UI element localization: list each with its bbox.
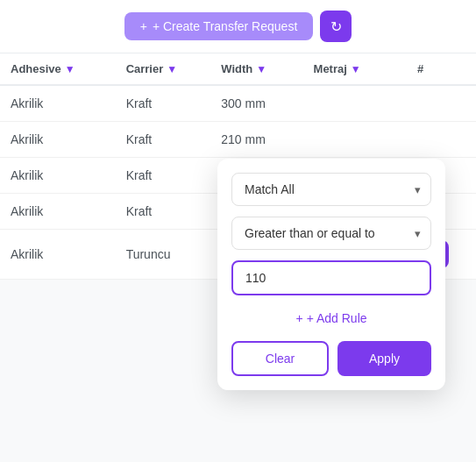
cell-adhesive: Akrilik — [0, 85, 116, 122]
cell-hash — [407, 122, 476, 158]
carrier-col-label: Carrier — [126, 62, 164, 75]
plus-icon: + — [295, 311, 302, 325]
width-col-label: Width — [221, 62, 252, 75]
width-filter-icon[interactable]: ▼ — [256, 63, 266, 75]
refresh-button[interactable]: ↻ — [320, 11, 352, 42]
filter-panel: Match All Match Any ▾ Greater than or eq… — [217, 159, 445, 390]
table-container: Adhesive ▼ Carrier ▼ Width ▼ — [0, 53, 476, 280]
filter-value-input[interactable] — [231, 260, 431, 295]
col-header-carrier: Carrier ▼ — [116, 53, 211, 85]
cell-carrier: Turuncu — [116, 230, 211, 280]
metraj-filter-icon[interactable]: ▼ — [351, 63, 361, 75]
apply-button[interactable]: Apply — [337, 341, 431, 376]
condition-select-wrapper: Greater than or equal to Less than or eq… — [231, 217, 431, 250]
match-select-wrapper: Match All Match Any ▾ — [231, 173, 431, 206]
add-rule-label: + Add Rule — [307, 311, 367, 325]
apply-label: Apply — [369, 352, 400, 366]
cell-adhesive: Akrilik — [0, 158, 116, 194]
cell-metraj — [303, 85, 407, 122]
table-row: Akrilik Kraft 300 mm — [0, 85, 476, 122]
carrier-filter-icon[interactable]: ▼ — [167, 63, 177, 75]
adhesive-filter-icon[interactable]: ▼ — [65, 63, 75, 75]
metraj-col-label: Metraj — [314, 62, 347, 75]
col-header-adhesive: Adhesive ▼ — [0, 53, 116, 85]
cell-carrier: Kraft — [116, 194, 211, 230]
cell-adhesive: Akrilik — [0, 122, 116, 158]
cell-width: 210 mm — [210, 122, 302, 158]
col-header-hash: # — [407, 53, 476, 85]
create-transfer-button[interactable]: + + Create Transfer Request — [124, 12, 314, 40]
cell-width: 300 mm — [210, 85, 302, 122]
top-bar: + + Create Transfer Request ↻ — [0, 0, 476, 53]
clear-button[interactable]: Clear — [231, 341, 329, 376]
table-header-row: Adhesive ▼ Carrier ▼ Width ▼ — [0, 53, 476, 85]
adhesive-col-label: Adhesive — [11, 62, 61, 75]
plus-icon: + — [140, 19, 147, 33]
cell-hash — [407, 85, 476, 122]
col-header-width: Width ▼ — [210, 53, 302, 85]
hash-col-label: # — [417, 62, 423, 75]
cell-carrier: Kraft — [116, 158, 211, 194]
match-select[interactable]: Match All Match Any — [231, 173, 431, 206]
cell-carrier: Kraft — [116, 122, 211, 158]
cell-adhesive: Akrilik — [0, 230, 116, 280]
cell-carrier: Kraft — [116, 85, 211, 122]
clear-label: Clear — [266, 352, 295, 366]
create-transfer-label: + Create Transfer Request — [153, 19, 297, 33]
cell-adhesive: Akrilik — [0, 194, 116, 230]
add-rule-button[interactable]: + + Add Rule — [231, 306, 431, 331]
col-header-metraj: Metraj ▼ — [303, 53, 407, 85]
filter-actions: Clear Apply — [231, 341, 431, 376]
condition-select[interactable]: Greater than or equal to Less than or eq… — [231, 217, 431, 250]
cell-metraj — [303, 122, 407, 158]
refresh-icon: ↻ — [330, 18, 342, 35]
table-row: Akrilik Kraft 210 mm — [0, 122, 476, 158]
